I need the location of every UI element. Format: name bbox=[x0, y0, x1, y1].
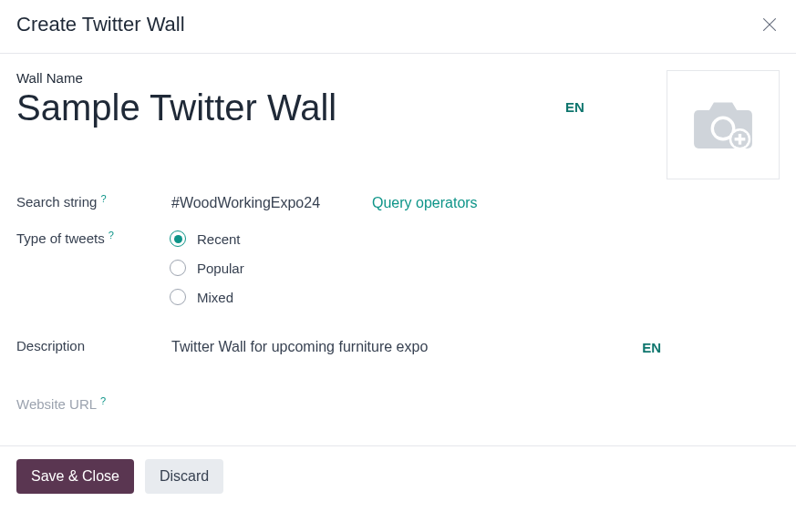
description-lang-badge[interactable]: EN bbox=[642, 340, 780, 355]
description-label: Description bbox=[16, 338, 85, 353]
help-icon[interactable]: ? bbox=[100, 193, 106, 204]
type-of-tweets-label: Type of tweets bbox=[16, 230, 105, 246]
radio-dot-icon bbox=[170, 289, 186, 305]
dialog-header: Create Twitter Wall bbox=[0, 0, 796, 54]
radio-mixed-label: Mixed bbox=[197, 290, 233, 305]
svg-rect-7 bbox=[735, 138, 746, 140]
description-input[interactable] bbox=[170, 338, 607, 356]
dialog-body: Wall Name EN bbox=[0, 54, 796, 424]
help-icon[interactable]: ? bbox=[100, 395, 106, 406]
radio-dot-icon bbox=[170, 230, 186, 247]
website-url-input[interactable] bbox=[170, 396, 780, 414]
help-icon[interactable]: ? bbox=[109, 230, 114, 240]
svg-point-3 bbox=[714, 118, 732, 137]
radio-popular-label: Popular bbox=[197, 261, 244, 276]
save-and-close-button[interactable]: Save & Close bbox=[16, 459, 134, 494]
radio-recent-label: Recent bbox=[197, 231, 241, 247]
dialog-title: Create Twitter Wall bbox=[16, 13, 185, 36]
search-string-label: Search string bbox=[16, 194, 97, 210]
radio-popular[interactable]: Popular bbox=[170, 260, 244, 276]
search-string-input[interactable] bbox=[170, 194, 356, 212]
website-url-label: Website URL bbox=[16, 396, 97, 412]
image-upload[interactable] bbox=[667, 70, 780, 179]
create-twitter-wall-dialog: Create Twitter Wall Wall Name EN bbox=[0, 0, 796, 506]
radio-recent[interactable]: Recent bbox=[170, 230, 244, 247]
radio-mixed[interactable]: Mixed bbox=[170, 289, 244, 305]
wall-name-label: Wall Name bbox=[16, 70, 652, 86]
query-operators-link[interactable]: Query operators bbox=[372, 195, 478, 211]
camera-plus-icon bbox=[685, 92, 761, 159]
wall-name-lang-badge[interactable]: EN bbox=[562, 97, 588, 117]
radio-dot-icon bbox=[170, 260, 186, 276]
wall-name-input[interactable] bbox=[16, 87, 545, 128]
discard-button[interactable]: Discard bbox=[145, 459, 223, 494]
dialog-footer: Save & Close Discard bbox=[0, 445, 796, 506]
close-icon[interactable] bbox=[760, 15, 780, 35]
